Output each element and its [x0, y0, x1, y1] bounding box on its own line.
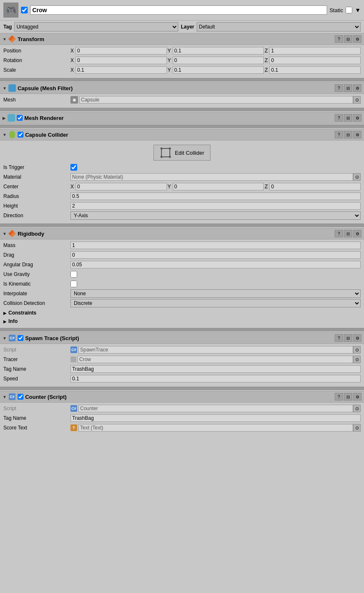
divider-2 — [0, 108, 364, 111]
spawn-trace-help-btn[interactable]: ? — [335, 334, 343, 342]
material-value-input[interactable]: None (Physic Material) — [70, 173, 353, 181]
counter-tagname-input[interactable]: TrashBag — [70, 414, 361, 422]
info-row[interactable]: ▶ Info — [3, 317, 361, 325]
mesh-value-input[interactable]: Capsule — [79, 96, 353, 104]
rot-x-input[interactable]: 0 — [75, 57, 167, 64]
use-gravity-row: Use Gravity — [3, 270, 361, 278]
transform-help-btn[interactable]: ? — [335, 35, 343, 43]
spawn-script-ref-btn[interactable]: ⊙ — [353, 346, 361, 354]
transform-gear-btn[interactable]: ⚙ — [353, 35, 361, 43]
angular-drag-row: Angular Drag 0.05 — [3, 260, 361, 269]
is-trigger-label: Is Trigger — [3, 164, 70, 170]
rigidbody-help-btn[interactable]: ? — [335, 230, 343, 237]
scl-x-input[interactable]: 0.1 — [75, 66, 167, 74]
counter-checkbox[interactable] — [18, 394, 23, 400]
material-row: Material None (Physic Material) ⊙ — [3, 173, 361, 181]
mesh-renderer-gear-btn[interactable]: ⚙ — [353, 114, 361, 122]
pos-x-input[interactable]: 0 — [75, 47, 167, 55]
active-checkbox[interactable] — [21, 7, 28, 13]
direction-row: Direction Y-Axis — [3, 211, 361, 220]
counter-script-input[interactable]: Counter — [78, 405, 353, 412]
direction-select[interactable]: Y-Axis — [70, 211, 361, 220]
scale-row: Scale X 0.1 Y 0.1 Z 0.1 — [3, 66, 361, 74]
constraints-row[interactable]: ▶ Constraints — [3, 309, 361, 317]
counter-help-btn[interactable]: ? — [335, 393, 343, 401]
spawn-tagname-row: Tag Name TrashBag — [3, 365, 361, 373]
counter-section-header[interactable]: ▼ C# Counter (Script) ? ⊟ ⚙ — [0, 391, 364, 403]
counter-gear-btn[interactable]: ⚙ — [353, 393, 361, 401]
spawn-trace-header-buttons: ? ⊟ ⚙ — [335, 334, 361, 342]
spawn-script-input[interactable]: SpawnTrace — [78, 346, 353, 354]
static-arrow[interactable]: ▼ — [355, 7, 361, 13]
capsule-collider-revert-btn[interactable]: ⊟ — [344, 131, 352, 138]
rot-y-input[interactable]: 0 — [173, 57, 264, 64]
spawn-trace-revert-btn[interactable]: ⊟ — [344, 334, 352, 342]
mesh-filter-section-header[interactable]: ▼ Capsule (Mesh Filter) ? ⊟ ⚙ — [0, 82, 364, 94]
material-label: Material — [3, 174, 70, 180]
rigidbody-gear-btn[interactable]: ⚙ — [353, 230, 361, 237]
mesh-filter-gear-btn[interactable]: ⚙ — [353, 84, 361, 92]
ctr-x-input[interactable]: 0 — [75, 183, 167, 190]
collision-detection-select[interactable]: Discrete — [70, 299, 361, 307]
capsule-collider-gear-btn[interactable]: ⚙ — [353, 131, 361, 138]
rot-z-input[interactable]: 0 — [269, 57, 361, 64]
is-trigger-checkbox[interactable] — [70, 164, 77, 171]
edit-collider-button[interactable]: Edit Collider — [153, 145, 211, 161]
speed-input[interactable]: 0.1 — [70, 375, 361, 382]
counter-script-ref-btn[interactable]: ⊙ — [353, 405, 361, 412]
mesh-renderer-help-btn[interactable]: ? — [335, 114, 343, 122]
spawn-trace-title: Spawn Trace (Script) — [25, 335, 333, 341]
tag-select[interactable]: Untagged — [14, 22, 178, 31]
radius-input[interactable]: 0.5 — [70, 192, 361, 200]
mass-input[interactable]: 1 — [70, 242, 361, 249]
counter-revert-btn[interactable]: ⊟ — [344, 393, 352, 401]
rigidbody-section-header[interactable]: ▼ Rigidbody ? ⊟ ⚙ — [0, 228, 364, 239]
interpolate-select[interactable]: None — [70, 289, 361, 298]
pos-z-input[interactable]: 1 — [269, 47, 361, 55]
capsule-collider-help-btn[interactable]: ? — [335, 131, 343, 138]
divider-6 — [0, 387, 364, 390]
mesh-renderer-revert-btn[interactable]: ⊟ — [344, 114, 352, 122]
ctr-y-input[interactable]: 0 — [173, 183, 264, 190]
scl-y-input[interactable]: 0.1 — [173, 66, 264, 74]
object-name-input[interactable]: Crow — [30, 5, 327, 15]
rot-z-label: Z — [265, 57, 268, 63]
spawn-trace-section-header[interactable]: ▼ C# Spawn Trace (Script) ? ⊟ ⚙ — [0, 332, 364, 344]
transform-revert-btn[interactable]: ⊟ — [344, 35, 352, 43]
angular-drag-input[interactable]: 0.05 — [70, 261, 361, 268]
mesh-renderer-section-header[interactable]: ▶ Mesh Renderer ? ⊟ ⚙ — [0, 112, 364, 124]
mass-label: Mass — [3, 242, 70, 248]
mesh-filter-revert-btn[interactable]: ⊟ — [344, 84, 352, 92]
ctr-z-input[interactable]: 0 — [269, 183, 361, 190]
mesh-filter-help-btn[interactable]: ? — [335, 84, 343, 92]
counter-cs-icon: C# — [70, 405, 77, 412]
rigidbody-revert-btn[interactable]: ⊟ — [344, 230, 352, 237]
spawn-tagname-input[interactable]: TrashBag — [70, 365, 361, 373]
mesh-renderer-checkbox[interactable] — [17, 115, 23, 121]
use-gravity-checkbox[interactable] — [70, 271, 77, 278]
spawn-trace-gear-btn[interactable]: ⚙ — [353, 334, 361, 342]
capsule-collider-checkbox[interactable] — [18, 132, 23, 138]
header: 🎮 Crow Static ▼ — [0, 0, 364, 21]
score-text-ref-btn[interactable]: ⊙ — [353, 424, 361, 432]
transform-section-header[interactable]: ▼ Transform ? ⊟ ⚙ — [0, 33, 364, 45]
drag-input[interactable]: 0 — [70, 251, 361, 259]
is-kinematic-checkbox[interactable] — [70, 281, 77, 287]
scl-z-input[interactable]: 0.1 — [269, 66, 361, 74]
layer-select[interactable]: Default — [197, 22, 361, 31]
spawn-trace-checkbox[interactable] — [18, 335, 23, 341]
capsule-collider-section-header[interactable]: ▼ Capsule Collider ? ⊟ ⚙ — [0, 129, 364, 140]
tracer-input[interactable]: Crow — [78, 356, 353, 363]
material-ref-btn[interactable]: ⊙ — [353, 173, 361, 181]
tracer-ref-btn[interactable]: ⊙ — [353, 356, 361, 363]
pos-y-input[interactable]: 0.1 — [173, 47, 264, 55]
spawn-script-ref: C# SpawnTrace ⊙ — [70, 346, 361, 354]
transform-title: Transform — [18, 36, 333, 42]
center-xyz: X 0 Y 0 Z 0 — [70, 183, 361, 190]
static-checkbox[interactable] — [346, 7, 352, 13]
spawn-trace-script-icon: C# — [9, 335, 16, 341]
mesh-ref-btn[interactable]: ⊙ — [353, 96, 361, 104]
height-row: Height 2 — [3, 202, 361, 210]
height-input[interactable]: 2 — [70, 202, 361, 210]
score-text-input[interactable]: Text (Text) — [78, 424, 353, 432]
